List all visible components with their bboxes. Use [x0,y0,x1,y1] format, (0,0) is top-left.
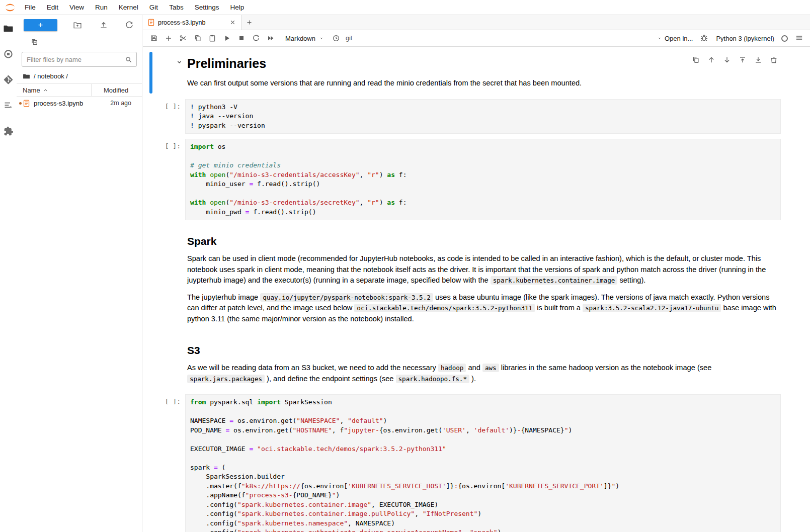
code-line: .appName(f"process-s3-{POD_NAME}") [190,491,776,500]
delete-cell-button[interactable] [770,56,778,64]
notebook-cell[interactable]: SparkSpark can be used in client mode (r… [143,225,810,329]
sort-caret-up-icon [42,87,49,94]
filter-files-input[interactable] [22,56,125,63]
bug-icon [700,34,708,42]
plus-icon [165,34,173,42]
clock-icon [332,34,340,42]
table-of-contents-icon [3,100,14,111]
file-row[interactable]: process-s3.ipynb 2m ago [17,97,142,110]
arrow-up-icon [707,56,715,64]
sort-by-modified-header[interactable]: Modified [91,84,142,96]
menu-view[interactable]: View [64,0,90,15]
notebook-cell[interactable]: S3As we will be reading data from an S3 … [143,334,810,389]
code-line [190,189,776,199]
upload-button[interactable] [98,20,109,31]
cut-cell-button[interactable] [176,32,190,45]
sidebar-tab-toc[interactable] [3,100,14,111]
git-clone-icon [31,38,38,46]
new-tab-button[interactable] [241,15,257,30]
notebook-file-icon [147,19,155,26]
restart-run-all-button[interactable] [264,32,277,45]
git-clone-button[interactable] [29,36,40,47]
menu-git[interactable]: Git [144,0,164,15]
move-cell-down-button[interactable] [723,56,731,64]
cell-input-prompt: [ ]: [143,139,185,220]
activity-bar [0,15,17,532]
git-toolbar-label: git [346,35,352,42]
code-line: .master(f"k8s://https://{os.environ['KUB… [190,482,776,491]
code-line: from pyspark.sql import SparkSession [190,398,776,407]
open-in-dropdown[interactable]: Open in... [657,35,693,42]
menu-settings[interactable]: Settings [189,0,225,15]
code-editor[interactable]: from pyspark.sql import SparkSession NAM… [185,394,781,532]
filter-box [22,52,137,67]
markdown-paragraph: The jupyterhub image quay.io/jupyter/pys… [187,292,781,325]
inline-code: hadoop [438,364,466,372]
debugger-button[interactable] [700,34,709,43]
code-line: import os [190,142,776,152]
chevron-down-icon [657,36,662,41]
duplicate-cell-button[interactable] [692,56,700,64]
tab-close-button[interactable] [229,19,236,26]
restart-kernel-button[interactable] [249,32,263,45]
cell-body: SparkSpark can be used in client mode (r… [185,225,781,329]
sidebar-tab-filebrowser[interactable] [3,23,14,34]
interrupt-kernel-button[interactable] [234,32,248,45]
sidebar-tab-extensions[interactable] [3,126,14,136]
refresh-icon [125,21,134,30]
file-browser-panel: + / notebook / Name Modified process-s3.… [17,15,142,532]
notebook-cell[interactable]: [ ]:import os # get minio credentialswit… [143,139,810,220]
breadcrumb-path[interactable]: / notebook / [34,72,68,80]
insert-cell-below-button[interactable] [754,56,762,64]
save-button[interactable] [147,32,160,45]
move-cell-up-button[interactable] [707,56,715,64]
file-list-header: Name Modified [17,83,142,97]
menu-edit[interactable]: Edit [41,0,64,15]
paste-cell-button[interactable] [205,32,219,45]
inline-code: spark.hadoopo.fs.* [396,375,469,383]
cell-selection-bar[interactable] [149,52,152,94]
code-line: ! pyspark --version [190,121,776,131]
notebook-cell[interactable]: [ ]:from pyspark.sql import SparkSession… [143,394,810,532]
cell-body: S3As we will be reading data from an S3 … [185,334,781,389]
code-line: minio_pwd = f.read().strip() [190,208,776,217]
code-line: ! java --version [190,112,776,121]
notebook-cell[interactable]: [ ]:! python3 -V! java --version! pyspar… [143,99,810,134]
markdown-heading-row: Spark [187,226,781,247]
menubar: File Edit View Run Kernel Git Tabs Setti… [0,0,810,15]
open-in-label: Open in... [665,35,693,42]
execution-time-button[interactable] [330,32,343,45]
insert-cell-above-button[interactable] [739,56,747,64]
insert-cell-button[interactable] [161,32,175,45]
cell-type-select[interactable]: Markdown [278,35,329,42]
menu-run[interactable]: Run [90,0,113,15]
dock-tab-bar: process-s3.ipynb [143,15,810,30]
insert-below-icon [754,56,762,64]
run-cell-button[interactable] [220,32,233,45]
menu-kernel[interactable]: Kernel [113,0,144,15]
menu-tabs[interactable]: Tabs [164,0,189,15]
kernel-name-button[interactable]: Python 3 (ipykernel) [716,35,774,42]
copy-cell-button[interactable] [191,32,204,45]
name-column-label: Name [23,86,40,94]
sort-by-name-header[interactable]: Name [17,84,91,96]
hamburger-menu-button[interactable] [795,34,804,43]
new-launcher-button[interactable]: + [24,19,57,31]
new-folder-button[interactable] [72,20,83,31]
cell-input-prompt: [ ]: [143,99,185,134]
menu-file[interactable]: File [19,0,41,15]
cell-input-prompt: [ ]: [143,394,185,532]
code-editor[interactable]: import os # get minio credentialswith op… [185,139,781,220]
code-editor[interactable]: ! python3 -V! java --version! pyspark --… [185,99,781,134]
menu-help[interactable]: Help [224,0,250,15]
breadcrumb[interactable]: / notebook / [17,70,142,82]
code-line: with open("/minio-s3-credentials/accessK… [190,170,776,180]
running-kernels-icon [3,49,14,59]
puzzle-icon [3,126,14,136]
sidebar-tab-running[interactable] [3,49,14,59]
heading-collapser[interactable] [176,58,183,66]
refresh-button[interactable] [124,20,135,31]
tab-process-s3-notebook[interactable]: process-s3.ipynb [143,15,241,30]
notebook-file-icon [23,100,30,107]
sidebar-tab-git[interactable] [3,74,14,85]
